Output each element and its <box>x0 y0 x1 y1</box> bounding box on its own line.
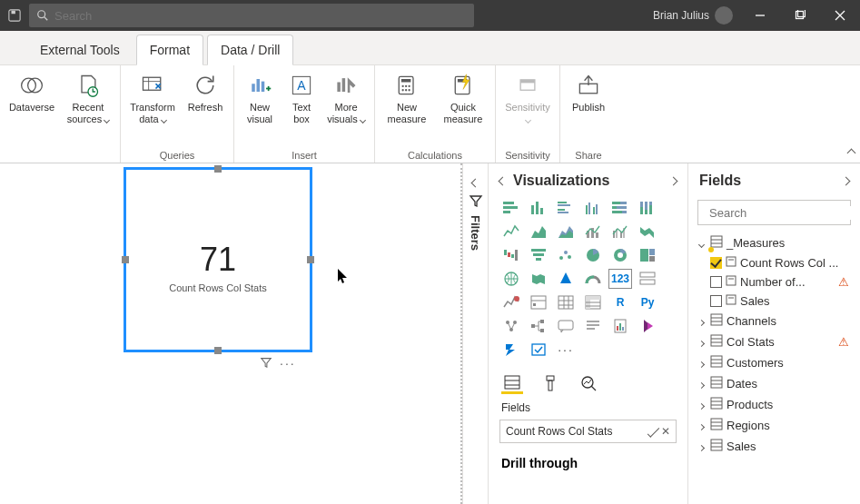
drill-through-title: Drill through <box>489 450 687 476</box>
clustered-column-icon[interactable] <box>581 198 605 218</box>
checkbox[interactable] <box>710 295 722 307</box>
svg-rect-38 <box>503 206 518 209</box>
more-options-icon[interactable]: ··· <box>280 356 296 371</box>
area-chart-icon[interactable] <box>527 222 550 242</box>
global-search[interactable] <box>29 4 474 27</box>
decomposition-tree-icon[interactable] <box>527 316 550 336</box>
filled-map-icon[interactable] <box>527 269 550 289</box>
ribbon-collapse-button[interactable] <box>848 146 855 159</box>
measure-count-rows[interactable]: Count Rows Col ... <box>692 253 856 272</box>
python-visual-icon[interactable]: Py <box>636 292 659 312</box>
fields-search[interactable] <box>697 200 851 225</box>
tab-external-tools[interactable]: External Tools <box>27 35 133 64</box>
table-regions[interactable]: Regions <box>692 415 856 436</box>
svg-rect-85 <box>649 256 655 262</box>
maximize-button[interactable] <box>780 0 820 31</box>
more-visuals-button[interactable]: More visuals <box>323 69 369 124</box>
multi-row-card-icon[interactable] <box>636 269 659 289</box>
smart-narrative-icon[interactable] <box>581 316 605 336</box>
text-box-button[interactable]: A Text box <box>283 69 320 124</box>
table-icon[interactable] <box>554 292 578 312</box>
table-products[interactable]: Products <box>692 394 856 415</box>
waterfall-icon[interactable] <box>499 245 523 265</box>
publish-button[interactable]: Publish <box>566 69 611 114</box>
qa-visual-icon[interactable] <box>554 316 578 336</box>
ribbon-chart-icon[interactable] <box>636 222 659 242</box>
table-dates[interactable]: Dates <box>692 373 856 394</box>
format-tab-icon[interactable] <box>539 372 561 394</box>
table-sales[interactable]: Sales <box>692 436 856 457</box>
dataverse-button[interactable]: Dataverse <box>5 69 58 114</box>
table-col-stats[interactable]: Col Stats ⚠ <box>692 331 856 352</box>
custom-visual-icon[interactable] <box>527 340 550 360</box>
kpi-icon[interactable] <box>499 292 523 312</box>
main-area: 71 Count Rows Col Stats ··· Filters Visu… <box>0 163 860 504</box>
analytics-tab-icon[interactable] <box>578 372 599 394</box>
report-canvas[interactable]: 71 Count Rows Col Stats ··· <box>0 163 462 504</box>
user-name-text: Brian Julius <box>653 9 709 22</box>
fields-pane-title: Fields <box>699 173 843 189</box>
collapse-fields-icon[interactable] <box>842 176 851 185</box>
table-customers[interactable]: Customers <box>692 352 856 373</box>
treemap-icon[interactable] <box>636 245 659 265</box>
new-visual-button[interactable]: New visual <box>240 69 280 124</box>
expand-viz-icon[interactable] <box>669 176 678 185</box>
filters-pane-collapsed[interactable]: Filters <box>462 163 488 504</box>
new-measure-button[interactable]: New measure <box>381 69 433 124</box>
checkbox-checked[interactable] <box>710 257 722 269</box>
resize-handle[interactable] <box>214 165 222 173</box>
stacked-column-100-icon[interactable] <box>636 198 659 218</box>
tab-format[interactable]: Format <box>136 35 203 65</box>
table-measures[interactable]: _Measures <box>692 232 856 253</box>
card-visual[interactable]: 71 Count Rows Col Stats <box>124 167 312 352</box>
chevron-down-icon[interactable] <box>647 425 659 437</box>
line-chart-icon[interactable] <box>499 222 523 242</box>
resize-handle[interactable] <box>122 256 129 263</box>
card-icon[interactable]: 123 <box>608 269 632 289</box>
r-visual-icon[interactable]: R <box>608 292 632 312</box>
checkbox[interactable] <box>710 276 722 288</box>
map-icon[interactable] <box>499 269 523 289</box>
global-search-input[interactable] <box>54 9 467 23</box>
filter-icon[interactable] <box>260 356 272 369</box>
slicer-icon[interactable] <box>527 292 550 312</box>
line-stacked-column-icon[interactable] <box>581 222 605 242</box>
resize-handle[interactable] <box>214 347 222 354</box>
clustered-bar-icon[interactable] <box>554 198 578 218</box>
paginated-report-icon[interactable] <box>608 316 632 336</box>
user-label[interactable]: Brian Julius <box>653 6 740 25</box>
svg-point-77 <box>559 256 563 260</box>
recent-sources-button[interactable]: Recent sources <box>62 69 114 124</box>
stacked-bar-icon[interactable] <box>499 198 523 218</box>
table-channels[interactable]: Channels <box>692 311 856 331</box>
matrix-icon[interactable] <box>581 292 605 312</box>
refresh-button[interactable]: Refresh <box>183 69 228 114</box>
power-apps-icon[interactable] <box>636 316 659 336</box>
stacked-bar-100-icon[interactable] <box>608 198 632 218</box>
scatter-icon[interactable] <box>554 245 578 265</box>
stacked-column-icon[interactable] <box>527 198 550 218</box>
power-automate-icon[interactable] <box>499 340 523 360</box>
close-button[interactable] <box>820 0 860 31</box>
fields-search-input[interactable] <box>709 206 860 220</box>
donut-icon[interactable] <box>608 245 632 265</box>
funnel-icon[interactable] <box>527 245 550 265</box>
resize-handle[interactable] <box>307 256 314 263</box>
tab-data-drill[interactable]: Data / Drill <box>207 35 293 65</box>
gauge-icon[interactable] <box>581 269 605 289</box>
field-well-values[interactable]: Count Rows Col Stats ✕ <box>499 420 677 443</box>
azure-map-icon[interactable] <box>554 269 578 289</box>
remove-field-icon[interactable]: ✕ <box>661 425 670 438</box>
transform-data-button[interactable]: Transform data <box>126 69 179 124</box>
stacked-area-icon[interactable] <box>554 222 578 242</box>
measure-number-of[interactable]: Number of... ⚠ <box>692 272 856 292</box>
more-visuals-ellipsis[interactable]: ··· <box>554 340 578 360</box>
minimize-button[interactable] <box>740 0 780 31</box>
line-clustered-column-icon[interactable] <box>608 222 632 242</box>
pie-icon[interactable] <box>581 245 605 265</box>
fields-tab-icon[interactable] <box>501 372 523 394</box>
key-influencers-icon[interactable] <box>499 316 523 336</box>
quick-measure-button[interactable]: Quick measure <box>437 69 489 124</box>
measure-sales[interactable]: Sales <box>692 292 856 311</box>
viz-fields-section-label: Fields <box>489 396 687 418</box>
